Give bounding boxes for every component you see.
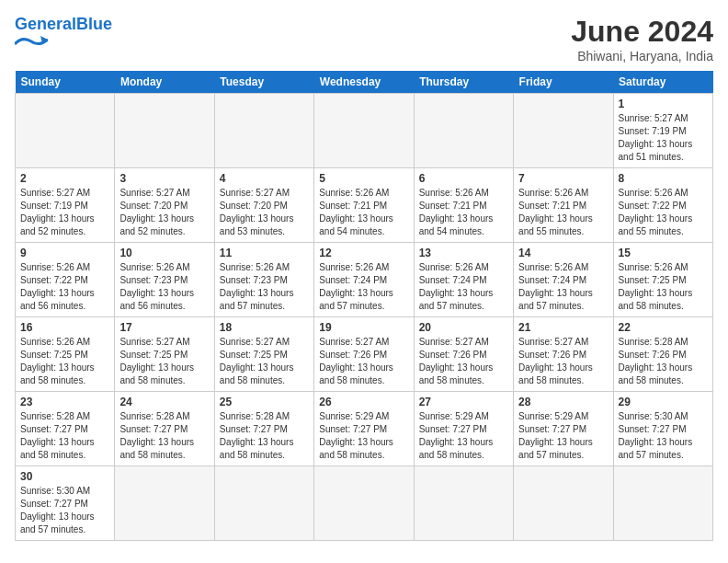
empty-cell [414,94,513,168]
col-header-wednesday: Wednesday [314,71,414,94]
empty-cell [314,94,414,168]
day-cell-6: 6Sunrise: 5:26 AMSunset: 7:21 PMDaylight… [414,168,513,243]
day-number: 18 [220,321,309,334]
day-cell-10: 10Sunrise: 5:26 AMSunset: 7:23 PMDayligh… [115,243,214,317]
empty-cell [214,94,313,168]
day-cell-2: 2Sunrise: 5:27 AMSunset: 7:19 PMDaylight… [16,168,115,243]
day-info: Sunrise: 5:26 AMSunset: 7:22 PMDaylight:… [619,187,708,238]
day-cell-9: 9Sunrise: 5:26 AMSunset: 7:22 PMDaylight… [16,243,115,317]
day-info: Sunrise: 5:29 AMSunset: 7:27 PMDaylight:… [319,410,408,462]
day-cell-16: 16Sunrise: 5:26 AMSunset: 7:25 PMDayligh… [16,317,115,392]
logo-blue: Blue [76,15,112,33]
day-cell-1: 1Sunrise: 5:27 AMSunset: 7:19 PMDaylight… [613,94,712,168]
day-info: Sunrise: 5:26 AMSunset: 7:25 PMDaylight:… [20,336,109,387]
day-cell-7: 7Sunrise: 5:26 AMSunset: 7:21 PMDaylight… [514,168,613,243]
day-cell-8: 8Sunrise: 5:26 AMSunset: 7:22 PMDaylight… [613,168,712,243]
empty-cell [115,466,214,541]
day-number: 6 [419,172,508,185]
week-row-3: 9Sunrise: 5:26 AMSunset: 7:22 PMDaylight… [16,243,713,317]
col-header-monday: Monday [115,71,214,94]
day-cell-27: 27Sunrise: 5:29 AMSunset: 7:27 PMDayligh… [414,392,513,466]
day-info: Sunrise: 5:27 AMSunset: 7:20 PMDaylight:… [220,187,309,238]
day-number: 12 [319,247,408,259]
day-info: Sunrise: 5:26 AMSunset: 7:23 PMDaylight:… [220,261,309,313]
day-number: 11 [220,247,309,259]
day-info: Sunrise: 5:26 AMSunset: 7:23 PMDaylight:… [119,261,209,313]
day-info: Sunrise: 5:26 AMSunset: 7:21 PMDaylight:… [518,187,608,238]
day-cell-26: 26Sunrise: 5:29 AMSunset: 7:27 PMDayligh… [314,392,414,466]
week-row-1: 1Sunrise: 5:27 AMSunset: 7:19 PMDaylight… [16,94,713,168]
day-cell-18: 18Sunrise: 5:27 AMSunset: 7:25 PMDayligh… [214,317,313,392]
day-info: Sunrise: 5:30 AMSunset: 7:27 PMDaylight:… [619,410,708,462]
day-cell-12: 12Sunrise: 5:26 AMSunset: 7:24 PMDayligh… [314,243,414,317]
day-number: 1 [619,98,708,110]
day-cell-20: 20Sunrise: 5:27 AMSunset: 7:26 PMDayligh… [414,317,513,392]
day-cell-29: 29Sunrise: 5:30 AMSunset: 7:27 PMDayligh… [613,392,712,466]
day-number: 15 [619,247,708,259]
empty-cell [514,94,613,168]
day-info: Sunrise: 5:30 AMSunset: 7:27 PMDaylight:… [20,485,109,536]
day-number: 2 [20,172,109,185]
day-cell-17: 17Sunrise: 5:27 AMSunset: 7:25 PMDayligh… [115,317,214,392]
day-cell-22: 22Sunrise: 5:28 AMSunset: 7:26 PMDayligh… [613,317,712,392]
week-row-5: 23Sunrise: 5:28 AMSunset: 7:27 PMDayligh… [16,392,713,466]
week-row-4: 16Sunrise: 5:26 AMSunset: 7:25 PMDayligh… [16,317,713,392]
day-info: Sunrise: 5:28 AMSunset: 7:27 PMDaylight:… [119,410,209,462]
day-info: Sunrise: 5:29 AMSunset: 7:27 PMDaylight:… [419,410,508,462]
empty-cell [214,466,313,541]
day-cell-11: 11Sunrise: 5:26 AMSunset: 7:23 PMDayligh… [214,243,313,317]
day-info: Sunrise: 5:28 AMSunset: 7:27 PMDaylight:… [220,410,309,462]
week-row-2: 2Sunrise: 5:27 AMSunset: 7:19 PMDaylight… [16,168,713,243]
col-header-sunday: Sunday [16,71,115,94]
day-cell-25: 25Sunrise: 5:28 AMSunset: 7:27 PMDayligh… [214,392,313,466]
day-number: 13 [419,247,508,259]
day-cell-15: 15Sunrise: 5:26 AMSunset: 7:25 PMDayligh… [613,243,712,317]
day-info: Sunrise: 5:29 AMSunset: 7:27 PMDaylight:… [518,410,608,462]
day-number: 19 [319,321,408,334]
page-header: GeneralBlue June 2024 Bhiwani, Haryana, … [15,15,713,63]
week-row-6: 30Sunrise: 5:30 AMSunset: 7:27 PMDayligh… [16,466,713,541]
empty-cell [514,466,613,541]
day-info: Sunrise: 5:26 AMSunset: 7:21 PMDaylight:… [419,187,508,238]
empty-cell [414,466,513,541]
day-number: 5 [319,172,408,185]
day-number: 30 [20,470,109,483]
calendar-table: SundayMondayTuesdayWednesdayThursdayFrid… [15,71,713,541]
day-info: Sunrise: 5:26 AMSunset: 7:24 PMDaylight:… [319,261,408,313]
day-info: Sunrise: 5:27 AMSunset: 7:19 PMDaylight:… [20,187,109,238]
day-number: 21 [518,321,608,334]
day-number: 28 [518,396,608,408]
day-info: Sunrise: 5:26 AMSunset: 7:24 PMDaylight:… [419,261,508,313]
day-info: Sunrise: 5:27 AMSunset: 7:20 PMDaylight:… [119,187,209,238]
title-section: June 2024 Bhiwani, Haryana, India [571,15,713,63]
day-number: 7 [518,172,608,185]
empty-cell [314,466,414,541]
day-number: 22 [619,321,708,334]
empty-cell [613,466,712,541]
day-cell-19: 19Sunrise: 5:27 AMSunset: 7:26 PMDayligh… [314,317,414,392]
day-cell-24: 24Sunrise: 5:28 AMSunset: 7:27 PMDayligh… [115,392,214,466]
empty-cell [115,94,214,168]
logo-general: General [15,15,76,33]
day-cell-4: 4Sunrise: 5:27 AMSunset: 7:20 PMDaylight… [214,168,313,243]
day-cell-5: 5Sunrise: 5:26 AMSunset: 7:21 PMDaylight… [314,168,414,243]
day-number: 20 [419,321,508,334]
logo-bird-icon [15,36,48,52]
day-cell-14: 14Sunrise: 5:26 AMSunset: 7:24 PMDayligh… [514,243,613,317]
day-info: Sunrise: 5:27 AMSunset: 7:19 PMDaylight:… [619,112,708,164]
day-info: Sunrise: 5:26 AMSunset: 7:24 PMDaylight:… [518,261,608,313]
day-cell-23: 23Sunrise: 5:28 AMSunset: 7:27 PMDayligh… [16,392,115,466]
day-number: 8 [619,172,708,185]
logo-text: GeneralBlue [15,15,112,34]
day-info: Sunrise: 5:27 AMSunset: 7:25 PMDaylight:… [119,336,209,387]
day-number: 10 [119,247,209,259]
day-cell-30: 30Sunrise: 5:30 AMSunset: 7:27 PMDayligh… [16,466,115,541]
day-info: Sunrise: 5:28 AMSunset: 7:26 PMDaylight:… [619,336,708,387]
day-cell-13: 13Sunrise: 5:26 AMSunset: 7:24 PMDayligh… [414,243,513,317]
col-header-tuesday: Tuesday [214,71,313,94]
day-number: 25 [220,396,309,408]
empty-cell [16,94,115,168]
day-number: 26 [319,396,408,408]
day-cell-3: 3Sunrise: 5:27 AMSunset: 7:20 PMDaylight… [115,168,214,243]
day-number: 14 [518,247,608,259]
